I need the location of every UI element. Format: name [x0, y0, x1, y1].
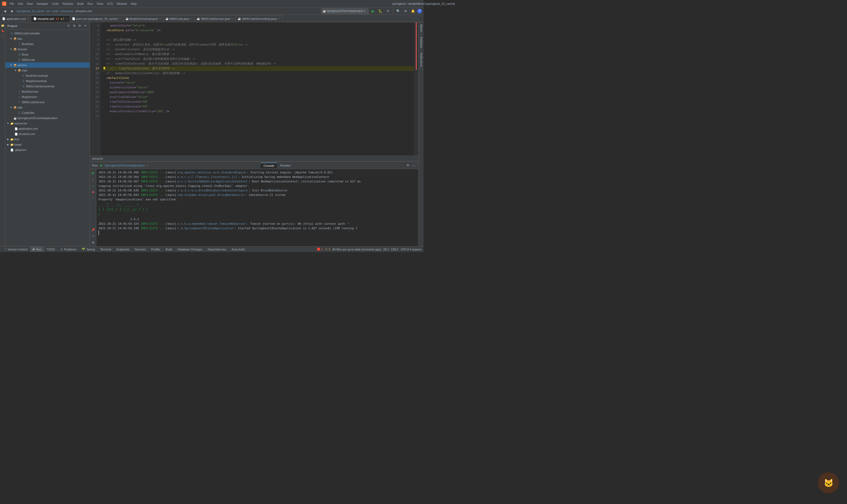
run-config-dropdown[interactable]: ☕ Springboot19CacheApplication ▾ — [321, 8, 369, 14]
tab-smscode[interactable]: ☕ SMSCode.java ✕ — [163, 15, 195, 22]
breadcrumb-main[interactable]: main — [52, 10, 58, 13]
tree-item-mainapp[interactable]: ☕ Springboot19CacheApplication — [5, 115, 90, 121]
project-icon[interactable]: 📁 — [1, 23, 5, 28]
charset-status[interactable]: UTF-8 4 spaces — [401, 248, 421, 251]
restart-button[interactable]: ▶ — [91, 170, 96, 176]
encoding-status[interactable]: CRLF — [391, 248, 399, 251]
settings-button[interactable]: ⚙ — [402, 8, 409, 14]
menu-file[interactable]: File — [8, 2, 16, 6]
search-everywhere-button[interactable]: 🔍 — [395, 8, 401, 14]
scroll-down-button[interactable]: ↓ — [91, 183, 96, 188]
collapse-all-action[interactable]: ⊟ — [72, 23, 76, 28]
close-panel-action[interactable]: ✕ — [83, 23, 88, 28]
terminal-tab[interactable]: Terminal — [97, 247, 114, 252]
sync-action[interactable]: ⟳ — [66, 23, 71, 28]
menu-help[interactable]: Help — [129, 2, 139, 6]
endpoints-tab[interactable]: Endpoints — [114, 247, 132, 252]
tab-close-4[interactable]: ✕ — [190, 17, 192, 20]
tree-item-bookserviceimpl[interactable]: C BookServiceImpl — [5, 73, 90, 78]
tree-item-smscodecontroller[interactable]: C SMSCodeController — [5, 31, 90, 36]
auto-build-tab[interactable]: Auto-build — [229, 247, 248, 252]
tree-item-resources[interactable]: ▼ 📁 resources — [5, 121, 90, 126]
menu-tools[interactable]: Tools — [95, 2, 105, 6]
version-control-tab[interactable]: ⑂ Version Control — [2, 247, 30, 252]
refresh-button[interactable]: ↺ — [384, 8, 391, 14]
debug-button[interactable]: 🐛 — [377, 8, 383, 14]
menu-build[interactable]: Build — [76, 2, 85, 6]
run-tab[interactable]: ▶ Run — [30, 247, 44, 252]
tree-item-gitignore[interactable]: 📄 .gitignore — [5, 147, 90, 152]
tab-close-1[interactable]: ✕ — [66, 17, 68, 20]
run-button[interactable]: ▶ — [370, 8, 376, 14]
tree-item-msgservice[interactable]: I MsgService — [5, 94, 90, 100]
tab-close-6[interactable]: ✕ — [278, 17, 280, 20]
menu-navigate[interactable]: Navigate — [35, 2, 50, 6]
wrap-button[interactable]: ⇀ — [91, 233, 96, 239]
tree-item-dao[interactable]: ▼ 📦 dao — [5, 36, 90, 41]
help-button[interactable]: ? — [417, 9, 422, 14]
settings-icon[interactable]: ⚙ — [406, 163, 410, 168]
menu-window[interactable]: Window — [115, 2, 129, 6]
tab-smscodeserviceimpl[interactable]: ☕ SMSCodeServiceImpl.java ✕ — [236, 15, 282, 22]
tab-console[interactable]: Console — [261, 163, 276, 168]
menu-code[interactable]: Code — [50, 2, 60, 6]
tree-item-ehcache-xml[interactable]: 📄 ehcache.xml — [5, 131, 90, 137]
tree-item-smscodeservice[interactable]: I SMSCodeService — [5, 100, 90, 105]
pin-tab-button[interactable]: 📌 — [91, 227, 96, 232]
settings-run-button[interactable]: ⚙ — [91, 240, 96, 245]
tab-application-yml[interactable]: 📄 application.yml ✕ — [0, 15, 31, 22]
db-tab[interactable]: Database Changes — [175, 247, 205, 252]
database-sidebar-tab[interactable]: Database — [418, 35, 424, 51]
project-tree[interactable]: C SMSCodeController ▼ 📦 dao I BookDao ▼ … — [5, 30, 90, 246]
tree-item-smscodeserviceimpl[interactable]: C SMSCodeServiceImpl — [5, 84, 90, 89]
notifications-button[interactable]: 🔔 — [410, 8, 416, 14]
tab-ehcache-xml[interactable]: 📄 ehcache.xml ●1 ▲1 ✕ — [31, 15, 70, 22]
line-col-status[interactable]: 28:1 — [383, 248, 389, 251]
tree-item-impl[interactable]: ▼ 📦 impl — [5, 68, 90, 73]
breadcrumb-project[interactable]: springboot_19_cache — [16, 10, 44, 13]
tree-item-msgserviceimpl[interactable]: C MsgServiceImpl — [5, 78, 90, 84]
tree-item-codeutils[interactable]: C CodeUtils — [5, 110, 90, 115]
nav-forward-button[interactable]: ▶ — [9, 8, 15, 14]
tab-actuator[interactable]: Actuator — [277, 163, 293, 168]
tree-item-smscode[interactable]: C SMSCode — [5, 57, 90, 62]
menu-vcs[interactable]: VCS — [105, 2, 114, 6]
tree-item-bookdao[interactable]: I BookDao — [5, 41, 90, 47]
menu-edit[interactable]: Edit — [16, 2, 24, 6]
problems-tab[interactable]: ⚠ Problems — [58, 247, 79, 252]
run-close[interactable]: ✕ — [147, 164, 149, 167]
stop-button[interactable]: ■ — [91, 189, 96, 195]
tree-item-book[interactable]: C Book — [5, 52, 90, 57]
menu-run[interactable]: Run — [86, 2, 94, 6]
tree-item-domain[interactable]: ▼ 📦 domain — [5, 47, 90, 52]
tree-item-test[interactable]: ▶ 📁 test — [5, 137, 90, 142]
structure-icon[interactable]: ⬛ — [1, 34, 5, 38]
breadcrumb-file[interactable]: ehcache.xml — [75, 10, 92, 13]
tree-item-application-yml[interactable]: 📄 application.yml — [5, 126, 90, 131]
settings-action[interactable]: ⚙ — [77, 23, 82, 28]
profiler-tab[interactable]: Profiler — [148, 247, 163, 252]
dep-tab[interactable]: Dependencies — [205, 247, 229, 252]
nav-back-button[interactable]: ◀ — [2, 8, 8, 14]
close-process-button[interactable]: ✕ — [91, 196, 96, 201]
tree-item-service[interactable]: ▼ 📦 service — [5, 62, 90, 68]
notifications-sidebar-tab[interactable]: Notifications — [418, 51, 424, 69]
editor-content[interactable]: 4 5 6 7 8 9 10 11 12 13 14 15 16 17 18 1… — [90, 22, 418, 156]
tab-close-3[interactable]: ✕ — [159, 17, 161, 20]
tree-item-utils[interactable]: ▼ 📦 utils — [5, 105, 90, 110]
tree-item-bookservice[interactable]: I BookService — [5, 89, 90, 94]
tab-close-2[interactable]: ✕ — [119, 17, 121, 20]
collapse-icon[interactable]: — — [411, 163, 416, 168]
menu-refactor[interactable]: Refactor — [61, 2, 75, 6]
tab-close-0[interactable]: ✕ — [27, 17, 29, 20]
tree-item-target[interactable]: ▶ 📁 target — [5, 142, 90, 147]
tab-bookserviceimpl[interactable]: ☕ BookServiceImpl.java ✕ — [123, 15, 163, 22]
breadcrumb-src[interactable]: src — [46, 10, 50, 13]
maven-sidebar-tab[interactable]: Maven — [418, 22, 424, 35]
bookmark-icon[interactable]: 🔖 — [1, 29, 5, 33]
scroll-up-button[interactable]: ↑ — [91, 177, 96, 182]
todo-tab[interactable]: TODO — [44, 247, 58, 252]
code-editor[interactable]: updateCheck="false"> <diskStore path="D:… — [101, 22, 414, 156]
services-tab[interactable]: Services — [132, 247, 148, 252]
tab-close-5[interactable]: ✕ — [231, 17, 233, 20]
